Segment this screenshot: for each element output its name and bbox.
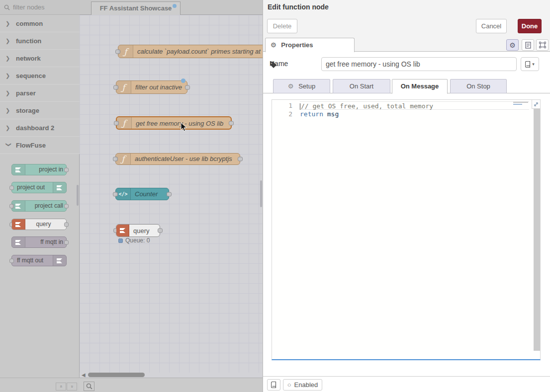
enabled-toggle-button[interactable]: ○ Enabled <box>283 379 322 391</box>
palette-category-parser[interactable]: ❯ parser <box>0 84 80 102</box>
workspace-tab[interactable]: FF Assistant Showcase <box>91 1 181 15</box>
editor-minimap <box>513 102 530 106</box>
input-port <box>9 258 14 263</box>
palette-node-ff-mqtt-in[interactable]: ff mqtt in <box>11 236 67 248</box>
palette-category-network[interactable]: ❯ network <box>0 50 80 67</box>
palette-search-input[interactable] <box>13 3 73 11</box>
edit-tray: Edit function node Delete Cancel Done ⚙ … <box>263 0 550 392</box>
category-label: parser <box>16 89 36 97</box>
palette-scrollbar[interactable] <box>77 185 79 206</box>
chevron-double-down-icon: » <box>68 385 75 388</box>
appearance-view-button[interactable] <box>536 39 549 51</box>
vertical-scrollbar[interactable] <box>260 180 262 207</box>
tab-label: On Start <box>350 82 373 90</box>
palette-category-flowfuse[interactable]: ❯ FlowFuse <box>0 137 80 154</box>
chevron-right-icon: ❯ <box>5 107 11 114</box>
node-red-app: ❯ common ❯ function ❯ network ❯ sequence… <box>0 0 550 392</box>
palette-node-project-out[interactable]: project out <box>11 182 67 193</box>
palette-search[interactable] <box>0 0 80 15</box>
search-icon <box>4 4 10 10</box>
node-calculate-primes[interactable]: ƒ calculate `payload.count` primes start… <box>118 45 263 58</box>
palette-footer: « » <box>0 378 80 392</box>
edit-tray-footer: ○ Enabled <box>263 376 550 392</box>
magnifier-icon <box>86 383 92 390</box>
palette-category-dashboard2[interactable]: ❯ dashboard 2 <box>0 119 80 137</box>
output-port[interactable] <box>167 192 172 196</box>
output-port[interactable] <box>238 157 243 161</box>
output-port[interactable] <box>185 85 190 89</box>
node-status: Queue: 0 <box>118 237 150 244</box>
node-authenticate-user[interactable]: ƒ authenticateUser - use lib bcryptjs <box>115 153 240 165</box>
output-port[interactable] <box>229 121 234 125</box>
description-view-button[interactable] <box>522 39 534 51</box>
node-label: calculate `payload.count` primes startin… <box>137 45 263 58</box>
tab-setup[interactable]: ⚙ Setup <box>273 79 330 93</box>
status-dot <box>118 238 123 243</box>
chevron-double-up-icon: « <box>57 385 64 388</box>
node-changed-dot <box>181 78 185 83</box>
collapse-all-button[interactable]: « <box>56 383 66 391</box>
palette-category-sequence[interactable]: ❯ sequence <box>0 67 80 84</box>
delete-button[interactable]: Delete <box>267 19 297 33</box>
tab-on-stop[interactable]: On Stop <box>450 79 507 93</box>
tab-properties[interactable]: ⚙ Properties <box>265 38 355 52</box>
flowfuse-icon <box>53 255 66 266</box>
cancel-button[interactable]: Cancel <box>476 19 507 33</box>
library-button[interactable] <box>267 379 280 391</box>
palette-category-function[interactable]: ❯ function <box>0 32 80 50</box>
node-filter-out-inactive[interactable]: ƒ filter out inactive <box>116 80 187 94</box>
properties-view-button[interactable]: ⚙ <box>506 39 519 51</box>
palette-categories: ❯ common ❯ function ❯ network ❯ sequence… <box>0 15 80 154</box>
palette-node-project-call[interactable]: project call <box>11 200 67 212</box>
mouse-cursor <box>181 122 187 132</box>
edit-tray-tabrow: ⚙ Properties ⚙ <box>263 37 550 52</box>
workspace-tab-label: FF Assistant Showcase <box>100 4 172 12</box>
library-dropdown-button[interactable]: ▾ <box>521 57 539 71</box>
function-icon: ƒ <box>118 45 133 58</box>
edit-tray-toolbar: Delete Cancel Done <box>263 14 550 37</box>
function-tabs: ⚙ Setup On Start On Message On Stop <box>263 78 550 93</box>
expand-editor-button[interactable] <box>532 100 540 109</box>
workspace-tabstrip: FF Assistant Showcase <box>80 0 263 15</box>
palette-category-common[interactable]: ❯ common <box>0 15 80 32</box>
node-label: authenticateUser - use lib bcryptjs <box>135 154 236 164</box>
line-number: 1 <box>272 101 300 110</box>
scroll-left-arrow-icon[interactable]: ◀ <box>82 372 86 378</box>
output-port[interactable] <box>158 229 163 233</box>
navigator-button[interactable] <box>84 382 94 391</box>
code-editor[interactable]: 1 // get OS free, used, total memory 2 r… <box>272 99 541 360</box>
code-comment: // get OS free, used, total memory <box>301 102 433 110</box>
name-input[interactable] <box>321 57 517 71</box>
code-line[interactable]: 2 return msg <box>272 110 540 118</box>
output-port <box>64 240 69 244</box>
chevron-right-icon: ❯ <box>5 38 11 44</box>
document-icon <box>525 42 531 49</box>
category-label: function <box>16 37 41 45</box>
book-icon <box>525 61 531 68</box>
node-get-free-memory[interactable]: ƒ get free memory - using OS lib <box>116 116 232 130</box>
horizontal-scrollbar[interactable] <box>88 373 145 377</box>
flowfuse-icon <box>53 182 66 193</box>
category-label: storage <box>16 107 39 114</box>
output-port <box>64 167 69 172</box>
editor-scrollbar[interactable] <box>534 109 540 351</box>
tab-label: On Stop <box>466 82 490 90</box>
tab-on-message[interactable]: On Message <box>392 79 448 94</box>
palette-node-ff-mqtt-out[interactable]: ff mqtt out <box>11 255 67 266</box>
palette-node-query[interactable]: query <box>11 219 67 230</box>
tab-label: On Message <box>401 82 439 90</box>
palette-category-storage[interactable]: ❯ storage <box>0 102 80 119</box>
node-counter[interactable]: </> Counter <box>115 188 169 200</box>
done-button[interactable]: Done <box>518 19 542 33</box>
flow-canvas[interactable]: FF Assistant Showcase ƒ calculate `paylo… <box>80 0 263 392</box>
palette-node-project-in[interactable]: project in <box>11 164 67 175</box>
chevron-right-icon: ❯ <box>5 125 11 131</box>
code-line[interactable]: 1 // get OS free, used, total memory <box>272 101 540 110</box>
gear-icon: ⚙ <box>271 41 276 49</box>
node-query[interactable]: query <box>116 224 160 237</box>
expand-all-button[interactable]: » <box>67 383 77 391</box>
function-icon: ƒ <box>116 154 131 164</box>
function-icon: ƒ <box>116 81 131 93</box>
tab-on-start[interactable]: On Start <box>333 79 390 93</box>
chevron-right-icon: ❯ <box>5 20 11 27</box>
